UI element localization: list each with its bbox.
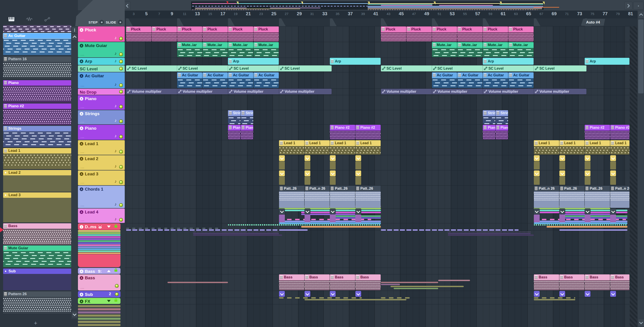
fx-clip-stripe[interactable] — [390, 286, 464, 287]
mini-clip[interactable] — [534, 291, 540, 297]
mini-clip[interactable] — [355, 170, 361, 176]
automation-clip[interactable]: SC Level — [279, 66, 332, 72]
scroll-down-button[interactable] — [638, 319, 644, 326]
playlist-clip[interactable]: Pluck — [508, 26, 534, 42]
arrangement-minimap[interactable] — [191, 1, 544, 10]
group-collapse-arrow[interactable] — [107, 226, 110, 228]
mini-clip[interactable] — [559, 170, 565, 176]
mini-clip[interactable] — [610, 155, 616, 161]
mute-led[interactable] — [119, 105, 123, 109]
track-header-strings[interactable]: AStrings...♪ — [78, 110, 125, 124]
pattern-item-pattern-26[interactable]: Pattern 26 — [3, 292, 71, 314]
track-header-lead-1[interactable]: ALead 1...♪ — [78, 140, 125, 155]
drum-subtrack-band[interactable] — [78, 236, 120, 238]
pattern-item-strings[interactable]: Strings — [3, 126, 71, 147]
track-header-chords-1[interactable]: AChords 1...♪ — [78, 186, 125, 208]
automation-clip[interactable]: SC Level — [228, 66, 281, 72]
header-dots[interactable]: ... — [80, 120, 85, 123]
playlist-clip[interactable]: Pluck — [152, 26, 177, 42]
automation-clip[interactable]: Volume multiplier — [432, 89, 485, 94]
pattern-item-header[interactable]: Lead 1 — [3, 148, 71, 154]
playlist-clip[interactable]: Mute..iar — [254, 42, 279, 57]
automation-clip[interactable]: SC Level — [483, 66, 536, 72]
drum-clip-stripe[interactable] — [534, 208, 610, 209]
drum-clip-stripe[interactable] — [279, 229, 308, 231]
minimap-marker-flag[interactable] — [434, 2, 436, 4]
mini-clip[interactable] — [330, 170, 336, 176]
playlist-clip[interactable]: Patt..n 26 — [610, 186, 630, 208]
playlist-clip[interactable]: Bass — [610, 274, 630, 290]
mini-clip[interactable] — [330, 155, 336, 161]
playlist-clip[interactable]: Patt..n 26 — [534, 186, 559, 208]
mini-clip[interactable] — [304, 208, 310, 214]
fx-subtrack-band[interactable] — [78, 308, 120, 310]
drum-clip-stripe[interactable] — [228, 224, 381, 226]
pattern-scroll-down-button[interactable] — [72, 311, 78, 318]
mini-clip[interactable] — [330, 291, 336, 297]
playlist-clip[interactable]: Mute..iar — [432, 42, 457, 57]
drum-clip-stripe[interactable] — [301, 212, 381, 213]
mute-led[interactable] — [119, 120, 123, 123]
automation-clip[interactable]: SC Level — [126, 66, 179, 72]
drum-clip-stripe[interactable] — [448, 233, 531, 234]
automation-clip[interactable]: SC Level — [381, 66, 434, 72]
mini-clip[interactable] — [610, 291, 616, 297]
lock-icon[interactable] — [114, 226, 117, 228]
playlist-clip[interactable]: Strings — [496, 110, 508, 124]
playlist-clip[interactable]: Lead 1 — [559, 140, 585, 154]
pattern-item-header[interactable]: Bass — [3, 223, 71, 229]
playlist-clip[interactable]: Lead 1 — [330, 140, 355, 154]
pattern-item-header[interactable]: Lead 2 — [3, 170, 71, 175]
pattern-item-piano-2[interactable]: Piano #2 — [3, 104, 71, 125]
pattern-item-header[interactable]: Piano — [3, 80, 71, 86]
mini-clip[interactable] — [279, 170, 285, 176]
minimap-marker-flag[interactable] — [236, 2, 238, 4]
playlist-clip[interactable]: Patt..26 — [279, 186, 304, 208]
mute-led[interactable] — [115, 284, 119, 288]
track-header-d-ms[interactable]: |D..ms — [78, 223, 120, 230]
playlist-clip[interactable]: Ac Guitar — [432, 72, 457, 88]
pattern-scroll-up-button[interactable] — [72, 34, 78, 40]
mini-clip[interactable] — [610, 170, 616, 176]
mini-clip[interactable] — [585, 291, 590, 297]
header-dots[interactable]: ... — [80, 53, 85, 56]
mute-led[interactable] — [119, 67, 123, 70]
pattern-item-header[interactable]: Piano #2 — [3, 104, 71, 109]
mini-clip[interactable] — [355, 208, 361, 214]
drum-subtrack-band[interactable] — [78, 230, 120, 232]
track-header-sub[interactable]: ASub2 — [78, 291, 120, 298]
fx-subtrack-band[interactable] — [78, 324, 120, 326]
playlist-clip[interactable]: Patt..n 26 — [304, 186, 330, 208]
playlist-clip[interactable]: Ac Guitar — [228, 72, 253, 88]
track-header-no-drop[interactable]: No Drop — [78, 89, 125, 95]
playlist-clip[interactable]: Piano — [241, 125, 253, 140]
playlist-grid[interactable]: PluckPluckPluckPluckPluckPluckPluckPluck… — [125, 26, 630, 327]
drum-clip-stripe[interactable] — [301, 226, 381, 228]
pattern-item-pattern-16[interactable]: Pattern 16 — [3, 56, 71, 78]
automation-clip[interactable]: Volume multiplier — [177, 89, 230, 94]
fx-clip-stripe[interactable] — [381, 284, 400, 285]
track-header-piano[interactable]: APiano...♪ — [78, 125, 125, 140]
pattern-item-lead-1[interactable]: Lead 1 — [3, 148, 71, 169]
mute-led[interactable] — [119, 60, 123, 64]
mini-clip[interactable] — [534, 155, 540, 161]
drum-clip-stripe[interactable] — [126, 228, 218, 229]
fx-subtrack-band[interactable] — [78, 305, 120, 307]
playlist-clip[interactable]: Arp — [585, 58, 630, 65]
mute-led[interactable] — [119, 90, 123, 94]
playlist-clip[interactable]: Mute..iar — [508, 42, 534, 57]
playlist-clip[interactable]: Pluck — [126, 26, 151, 42]
drum-clip-stripe[interactable] — [448, 231, 531, 232]
zoom-reset-button[interactable]: ▪ — [633, 2, 644, 10]
vertical-scrollbar[interactable] — [637, 10, 644, 327]
playlist-clip[interactable]: Bass — [534, 274, 559, 290]
fx-clip-stripe[interactable] — [381, 282, 438, 283]
mini-clip[interactable] — [559, 155, 565, 161]
time-marker[interactable] — [228, 18, 235, 26]
scroll-right-button[interactable] — [624, 2, 632, 10]
time-marker[interactable] — [432, 18, 439, 26]
mini-clip[interactable] — [559, 208, 565, 214]
pattern-item-header[interactable]: Sub — [3, 268, 71, 274]
mini-clip[interactable] — [355, 291, 361, 297]
fx-clip-stripe[interactable] — [394, 288, 438, 289]
